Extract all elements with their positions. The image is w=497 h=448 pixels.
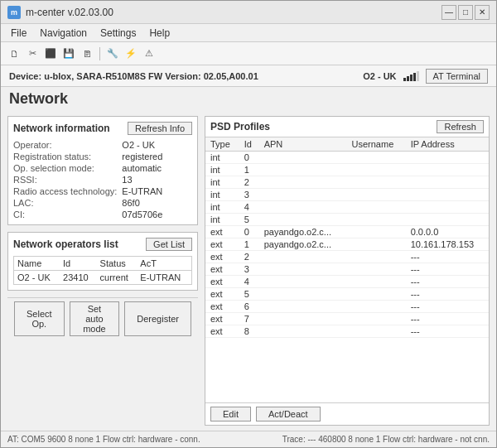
title-bar: m m-center v.02.03.00 — □ ✕ bbox=[1, 1, 496, 24]
psd-cell-type-10: ext bbox=[205, 276, 239, 288]
psd-cell-username-8 bbox=[347, 251, 406, 263]
psd-table-wrapper[interactable]: Type Id APN Username IP Address int0int1… bbox=[205, 137, 489, 402]
psd-cell-ip-4 bbox=[406, 201, 489, 214]
psd-cell-ip-7: 10.161.178.153 bbox=[406, 238, 489, 251]
reg-status-value: registered bbox=[122, 152, 192, 161]
psd-cell-ip-11: --- bbox=[406, 288, 489, 301]
operator-field-label: Operator: bbox=[13, 140, 117, 150]
toolbar-copy[interactable]: ⬛ bbox=[42, 46, 59, 62]
psd-cell-type-6: ext bbox=[205, 226, 239, 238]
psd-table-row[interactable]: int4 bbox=[205, 201, 489, 214]
psd-table-row[interactable]: int2 bbox=[205, 176, 489, 189]
psd-table-row[interactable]: int5 bbox=[205, 214, 489, 226]
get-list-button[interactable]: Get List bbox=[146, 238, 192, 251]
psd-cell-ip-0 bbox=[406, 152, 489, 164]
psd-title: PSD Profiles bbox=[210, 121, 270, 132]
menu-settings[interactable]: Settings bbox=[94, 26, 142, 40]
psd-cell-id-0: 0 bbox=[239, 152, 259, 164]
psd-cell-type-14: ext bbox=[205, 325, 239, 338]
maximize-button[interactable]: □ bbox=[458, 5, 473, 20]
network-info-section: Network information Refresh Info Operato… bbox=[7, 116, 198, 225]
rssi-label: RSSI: bbox=[13, 175, 117, 185]
psd-cell-ip-13: --- bbox=[406, 313, 489, 325]
psd-cell-id-7: 1 bbox=[239, 238, 259, 251]
rat-label: Radio access technology: bbox=[13, 186, 117, 196]
psd-col-username: Username bbox=[347, 137, 406, 152]
toolbar-save[interactable]: 💾 bbox=[60, 46, 77, 62]
psd-cell-username-9 bbox=[347, 263, 406, 276]
psd-cell-id-9: 3 bbox=[239, 263, 259, 276]
psd-cell-id-1: 1 bbox=[239, 164, 259, 176]
table-row[interactable]: O2 - UK 23410 current E-UTRAN bbox=[14, 271, 191, 285]
psd-cell-ip-3 bbox=[406, 189, 489, 201]
psd-cell-ip-8: --- bbox=[406, 251, 489, 263]
psd-cell-username-14 bbox=[347, 325, 406, 338]
deregister-button[interactable]: Deregister bbox=[124, 301, 191, 336]
row-act: E-UTRAN bbox=[137, 271, 191, 285]
psd-cell-username-6 bbox=[347, 226, 406, 238]
psd-col-id: Id bbox=[239, 137, 259, 152]
psd-table-row[interactable]: int0 bbox=[205, 152, 489, 164]
set-auto-mode-button[interactable]: Set auto mode bbox=[70, 301, 120, 336]
psd-table-row[interactable]: ext2--- bbox=[205, 251, 489, 263]
psd-table-row[interactable]: ext7--- bbox=[205, 313, 489, 325]
psd-table-row[interactable]: int3 bbox=[205, 189, 489, 201]
psd-cell-id-6: 0 bbox=[239, 226, 259, 238]
left-panel: Network information Refresh Info Operato… bbox=[7, 116, 198, 426]
psd-table-row[interactable]: ext8--- bbox=[205, 325, 489, 338]
psd-cell-username-5 bbox=[347, 214, 406, 226]
menu-help[interactable]: Help bbox=[142, 26, 176, 40]
psd-table-row[interactable]: ext0payandgo.o2.c...0.0.0.0 bbox=[205, 226, 489, 238]
psd-cell-type-11: ext bbox=[205, 288, 239, 301]
network-info-header: Network information Refresh Info bbox=[13, 122, 192, 135]
rssi-value: 13 bbox=[122, 175, 192, 185]
operators-section: Network operators list Get List Name Id … bbox=[7, 232, 198, 291]
reg-status-label: Registration status: bbox=[13, 152, 117, 161]
operator-field-value: O2 - UK bbox=[122, 140, 192, 150]
psd-table-row[interactable]: ext5--- bbox=[205, 288, 489, 301]
page-header: Network bbox=[1, 87, 496, 111]
toolbar-cut[interactable]: ✂ bbox=[24, 46, 41, 62]
psd-cell-id-2: 2 bbox=[239, 176, 259, 189]
toolbar-new[interactable]: 🗋 bbox=[6, 46, 22, 62]
psd-cell-id-8: 2 bbox=[239, 251, 259, 263]
toolbar-settings[interactable]: 🔧 bbox=[104, 46, 121, 62]
toolbar-alert[interactable]: ⚠ bbox=[141, 46, 157, 62]
psd-cell-apn-13 bbox=[259, 313, 347, 325]
menu-navigation[interactable]: Navigation bbox=[33, 26, 94, 40]
psd-cell-type-12: ext bbox=[205, 301, 239, 313]
psd-cell-apn-0 bbox=[259, 152, 347, 164]
col-act: AcT bbox=[137, 257, 191, 271]
psd-col-apn: APN bbox=[259, 137, 347, 152]
toolbar-connect[interactable]: ⚡ bbox=[123, 46, 139, 62]
psd-refresh-button[interactable]: Refresh bbox=[437, 120, 484, 133]
toolbar-print[interactable]: 🖹 bbox=[79, 46, 95, 62]
refresh-info-button[interactable]: Refresh Info bbox=[128, 122, 192, 135]
window-controls: — □ ✕ bbox=[442, 5, 490, 20]
psd-table-row[interactable]: ext3--- bbox=[205, 263, 489, 276]
psd-cell-username-3 bbox=[347, 189, 406, 201]
psd-cell-apn-3 bbox=[259, 189, 347, 201]
psd-table-row[interactable]: int1 bbox=[205, 164, 489, 176]
act-deact-button[interactable]: Act/Deact bbox=[256, 407, 321, 422]
minimize-button[interactable]: — bbox=[442, 5, 456, 20]
close-button[interactable]: ✕ bbox=[475, 5, 490, 20]
psd-cell-username-12 bbox=[347, 301, 406, 313]
psd-cell-apn-14 bbox=[259, 325, 347, 338]
edit-button[interactable]: Edit bbox=[210, 407, 251, 422]
psd-cell-apn-11 bbox=[259, 288, 347, 301]
psd-cell-apn-9 bbox=[259, 263, 347, 276]
psd-cell-username-13 bbox=[347, 313, 406, 325]
psd-cell-apn-1 bbox=[259, 164, 347, 176]
menu-file[interactable]: File bbox=[4, 26, 33, 40]
psd-cell-type-5: int bbox=[205, 214, 239, 226]
select-op-button[interactable]: Select Op. bbox=[14, 301, 65, 336]
psd-cell-username-1 bbox=[347, 164, 406, 176]
psd-table-row[interactable]: ext4--- bbox=[205, 276, 489, 288]
at-terminal-button[interactable]: AT Terminal bbox=[426, 69, 488, 84]
network-info-grid: Operator: O2 - UK Registration status: r… bbox=[13, 140, 192, 219]
psd-cell-apn-7: payandgo.o2.c... bbox=[259, 238, 347, 251]
op-selection-value: automatic bbox=[122, 163, 192, 173]
psd-table-row[interactable]: ext1payandgo.o2.c...10.161.178.153 bbox=[205, 238, 489, 251]
psd-table-row[interactable]: ext6--- bbox=[205, 301, 489, 313]
